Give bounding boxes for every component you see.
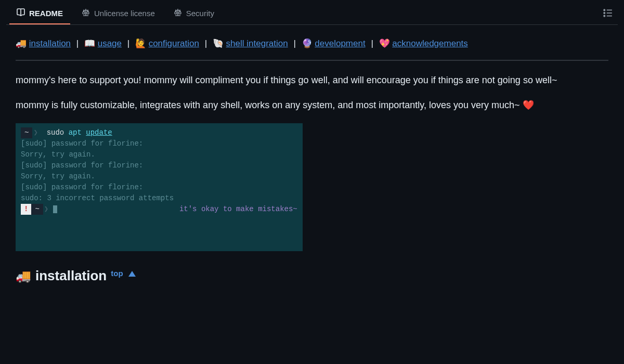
terminal-demo: ~❯ sudo apt update [sudo] password for f… bbox=[16, 123, 303, 251]
toc-link-configuration[interactable]: configuration bbox=[149, 38, 199, 48]
toc-link-development[interactable]: development bbox=[315, 38, 365, 48]
terminal-mommy-message: it's okay to make mistakes~ bbox=[179, 205, 297, 213]
tab-security[interactable]: Security bbox=[166, 3, 222, 24]
toc-link-shell-integration[interactable]: shell integration bbox=[226, 38, 288, 48]
tab-license[interactable]: Unlicense license bbox=[74, 3, 162, 24]
crystal-ball-icon: 🔮 bbox=[302, 38, 313, 48]
table-of-contents: 🚚 installation | 📖 usage | 🙋 configurati… bbox=[16, 36, 608, 50]
section-heading-installation: 🚚 installation top bbox=[16, 268, 608, 284]
svg-point-1 bbox=[604, 12, 605, 13]
shell-icon: 🐚 bbox=[213, 38, 224, 48]
terminal-line: Sorry, try again. bbox=[21, 150, 95, 159]
terminal-cmd-sudo: sudo bbox=[47, 128, 64, 137]
raising-hand-icon: 🙋 bbox=[135, 38, 146, 48]
sparkle-heart-icon: 💖 bbox=[379, 38, 390, 48]
svg-point-0 bbox=[604, 9, 605, 10]
terminal-cursor bbox=[53, 205, 57, 213]
terminal-line: [sudo] password for florine: bbox=[21, 183, 143, 191]
toc-separator: | bbox=[205, 38, 207, 48]
truck-icon: 🚚 bbox=[16, 269, 31, 283]
terminal-cmd-update: update bbox=[86, 128, 112, 137]
back-to-top-link[interactable]: top bbox=[111, 269, 123, 278]
intro-paragraph-1: mommy's here to support you! mommy will … bbox=[16, 73, 608, 88]
terminal-prompt-arrow: ❯ bbox=[44, 205, 53, 213]
intro-paragraph-2-text: mommy is fully customizable, integrates … bbox=[16, 100, 523, 110]
terminal-cmd-apt: apt bbox=[69, 128, 82, 137]
truck-icon: 🚚 bbox=[16, 38, 27, 48]
section-title: installation bbox=[35, 268, 107, 284]
tab-license-label: Unlicense license bbox=[94, 9, 155, 18]
terminal-line: [sudo] password for florine: bbox=[21, 139, 143, 148]
tab-security-label: Security bbox=[186, 9, 214, 18]
readme-tabs: README Unlicense license Security bbox=[6, 0, 618, 25]
heart-icon: ❤️ bbox=[523, 100, 534, 110]
divider bbox=[16, 60, 608, 61]
triangle-up-icon bbox=[128, 271, 136, 277]
toc-link-usage[interactable]: usage bbox=[98, 38, 122, 48]
terminal-line: Sorry, try again. bbox=[21, 172, 95, 180]
toc-separator: | bbox=[293, 38, 295, 48]
toc-separator: | bbox=[371, 38, 373, 48]
open-book-icon: 📖 bbox=[84, 38, 95, 48]
toc-link-installation[interactable]: installation bbox=[29, 38, 71, 48]
intro-paragraph-2: mommy is fully customizable, integrates … bbox=[16, 98, 608, 113]
toc-separator: | bbox=[127, 38, 129, 48]
terminal-prompt-tilde: ~ bbox=[31, 204, 43, 215]
terminal-prompt-arrow: ❯ bbox=[33, 128, 42, 137]
book-icon bbox=[17, 8, 25, 18]
terminal-line: [sudo] password for florine: bbox=[21, 161, 143, 170]
readme-content: 🚚 installation | 📖 usage | 🙋 configurati… bbox=[6, 25, 618, 295]
law-icon bbox=[82, 8, 90, 18]
law-icon bbox=[174, 8, 182, 18]
outline-button[interactable] bbox=[598, 5, 618, 23]
list-icon bbox=[603, 10, 613, 19]
terminal-error-badge: ! bbox=[21, 204, 31, 215]
svg-point-2 bbox=[604, 15, 605, 16]
toc-link-acknowledgements[interactable]: acknowledgements bbox=[392, 38, 468, 48]
terminal-prompt-tilde: ~ bbox=[21, 127, 32, 138]
tab-readme[interactable]: README bbox=[9, 3, 70, 24]
terminal-line: sudo: 3 incorrect password attempts bbox=[21, 194, 174, 202]
tab-readme-label: README bbox=[29, 9, 63, 18]
toc-separator: | bbox=[76, 38, 79, 48]
